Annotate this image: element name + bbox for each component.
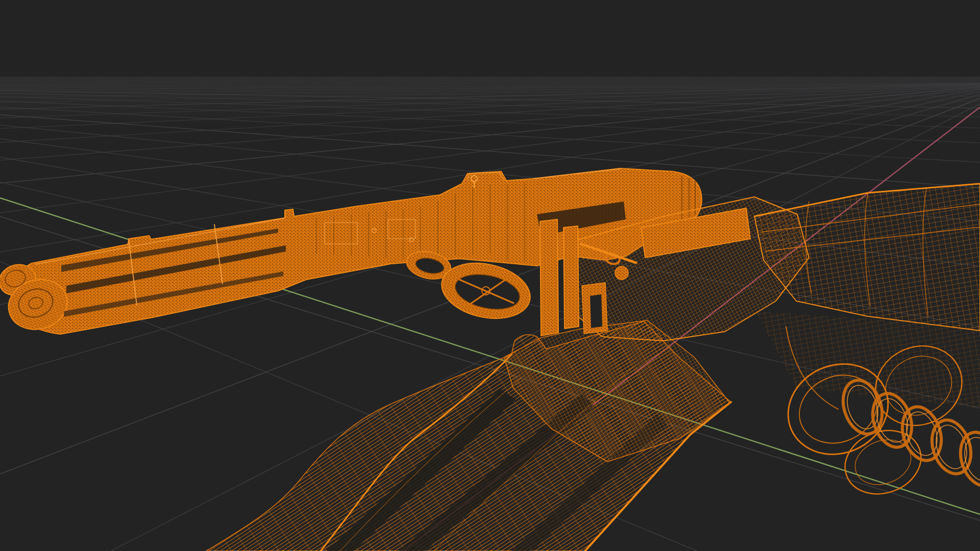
rifle-near-bracket-notch xyxy=(590,294,602,328)
rifle-near-post xyxy=(564,226,579,329)
rifle-near-hammer xyxy=(615,266,628,280)
rifle-near-post xyxy=(540,219,558,336)
viewport-canvas[interactable] xyxy=(0,0,980,551)
viewport[interactable] xyxy=(0,0,980,551)
